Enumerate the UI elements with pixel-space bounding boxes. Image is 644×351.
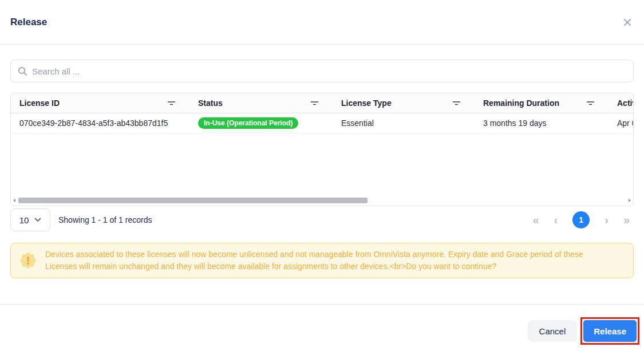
current-page-button[interactable]: 1	[572, 211, 590, 228]
cell-activation: Apr 0	[609, 119, 634, 128]
warning-text: Devices associated to these licenses wil…	[45, 249, 610, 273]
column-header-activation: Activa	[609, 98, 634, 108]
license-table: License ID Status License Type	[10, 93, 634, 206]
scroll-right-arrow[interactable]	[629, 199, 631, 202]
table-row[interactable]: 070ce349-2b87-4834-a5f3-ab43bb87d1f5 In-…	[11, 113, 633, 133]
status-badge: In-Use (Operational Period)	[198, 117, 298, 129]
release-button[interactable]: Release	[583, 320, 637, 342]
first-page-button[interactable]: «	[532, 214, 539, 226]
cell-remaining-duration: 3 months 19 days	[475, 119, 609, 128]
column-header-status: Status	[189, 98, 333, 108]
dialog-footer: Cancel Release	[0, 305, 644, 345]
pagination-bar: 10 Showing 1 - 1 of 1 records « ‹ 1 › »	[10, 207, 630, 232]
column-header-license-id: License ID	[11, 98, 189, 108]
dialog-header: Release	[0, 0, 644, 45]
table-header-row: License ID Status License Type	[11, 93, 633, 113]
records-summary: Showing 1 - 1 of 1 records	[58, 215, 152, 224]
next-page-button[interactable]: ›	[605, 214, 609, 226]
search-bar	[10, 60, 634, 82]
close-icon[interactable]	[623, 18, 631, 26]
cell-license-id: 070ce349-2b87-4834-a5f3-ab43bb87d1f5	[11, 119, 189, 128]
search-icon	[18, 66, 27, 76]
horizontal-scrollbar[interactable]	[13, 197, 631, 204]
chevron-down-icon	[34, 218, 41, 222]
filter-icon[interactable]	[586, 98, 595, 108]
annotation-highlight-box: Release	[580, 317, 639, 345]
column-header-remaining-duration: Remaining Duration	[475, 98, 609, 108]
warning-banner: Devices associated to these licenses wil…	[10, 243, 634, 278]
scroll-left-arrow[interactable]	[13, 199, 15, 202]
filter-icon[interactable]	[452, 98, 461, 108]
filter-icon[interactable]	[167, 98, 176, 108]
scrollbar-thumb[interactable]	[18, 198, 368, 203]
page-title: Release	[10, 17, 47, 28]
page-size-select[interactable]: 10	[10, 208, 50, 231]
cell-status: In-Use (Operational Period)	[189, 117, 333, 129]
cancel-button[interactable]: Cancel	[528, 320, 578, 342]
prev-page-button[interactable]: ‹	[554, 214, 558, 226]
column-header-license-type: License Type	[333, 98, 475, 108]
search-input[interactable]	[32, 66, 626, 76]
warning-icon	[20, 253, 36, 269]
cell-license-type: Essential	[333, 119, 475, 128]
last-page-button[interactable]: »	[623, 214, 630, 226]
filter-icon[interactable]	[310, 98, 319, 108]
